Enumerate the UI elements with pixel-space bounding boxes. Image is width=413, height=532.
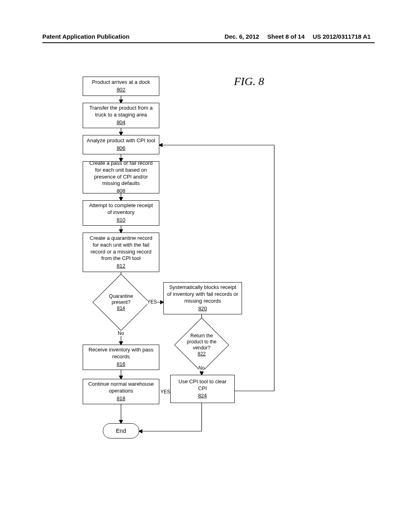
flowchart: Product arrives at a dock 802 Transfer t… bbox=[81, 77, 331, 500]
header-rule bbox=[42, 42, 375, 43]
decision-814-text: Quarantine present? bbox=[109, 293, 133, 305]
box-810-text: Attempt to complete receipt of inventory bbox=[86, 202, 156, 216]
box-806: Analyze product with CPI tool 806 bbox=[83, 135, 159, 154]
box-820: Systematically blocks receipt of invento… bbox=[163, 282, 242, 314]
box-808-ref: 808 bbox=[117, 188, 125, 195]
box-810: Attempt to complete receipt of inventory… bbox=[83, 200, 159, 226]
box-802-text: Product arrives at a dock bbox=[92, 79, 150, 86]
label-814-no: No bbox=[118, 330, 124, 336]
header-pubno: US 2012/0311718 A1 bbox=[313, 33, 371, 40]
decision-814: Quarantine present? 814 bbox=[101, 282, 141, 322]
decision-814-ref: 814 bbox=[117, 305, 125, 311]
box-812-text: Create a quarantine record for each unit… bbox=[86, 235, 156, 262]
box-816-ref: 816 bbox=[117, 361, 125, 368]
label-814-yes: YES bbox=[147, 299, 157, 305]
box-802-ref: 802 bbox=[117, 87, 125, 94]
header-left: Patent Application Publication bbox=[42, 33, 129, 40]
decision-822-ref: 822 bbox=[198, 351, 206, 357]
label-822-no: No bbox=[198, 365, 204, 371]
box-806-ref: 806 bbox=[117, 145, 125, 152]
header-date: Dec. 6, 2012 bbox=[225, 33, 259, 40]
box-808-text: Create a pass or fail record for each un… bbox=[86, 160, 156, 187]
box-824-text: Use CPI tool to clear CPI bbox=[174, 378, 231, 392]
label-818-yes: YES bbox=[161, 389, 170, 395]
box-808: Create a pass or fail record for each un… bbox=[83, 161, 159, 193]
box-812-ref: 812 bbox=[117, 263, 125, 270]
box-820-text: Systematically blocks receipt of invento… bbox=[167, 284, 238, 305]
box-804-text: Transfer the product from a truck to a s… bbox=[86, 105, 156, 118]
box-820-ref: 820 bbox=[198, 305, 207, 312]
terminator-end: End bbox=[103, 423, 139, 438]
box-824-ref: 824 bbox=[198, 393, 207, 399]
box-804-ref: 804 bbox=[117, 119, 125, 126]
box-824: Use CPI tool to clear CPI 824 bbox=[170, 375, 235, 403]
box-816-text: Receive inventory with pass records bbox=[86, 347, 156, 360]
box-818: Continue normal warehouse operations 818 bbox=[83, 379, 159, 404]
header-sheet: Sheet 8 of 14 bbox=[267, 33, 305, 40]
box-810-ref: 810 bbox=[117, 217, 125, 224]
box-812: Create a quarantine record for each unit… bbox=[83, 233, 159, 272]
decision-822: Return the product to the vendor? 822 bbox=[182, 326, 221, 364]
box-818-ref: 818 bbox=[117, 395, 125, 402]
terminator-end-text: End bbox=[116, 428, 126, 434]
box-804: Transfer the product from a truck to a s… bbox=[83, 103, 159, 128]
box-818-text: Continue normal warehouse operations bbox=[86, 381, 156, 395]
page-header: Patent Application Publication Dec. 6, 2… bbox=[42, 33, 371, 40]
box-816: Receive inventory with pass records 816 bbox=[83, 345, 159, 370]
decision-822-text: Return the product to the vendor? bbox=[187, 333, 216, 351]
box-802: Product arrives at a dock 802 bbox=[83, 77, 159, 96]
box-806-text: Analyze product with CPI tool bbox=[87, 137, 155, 144]
